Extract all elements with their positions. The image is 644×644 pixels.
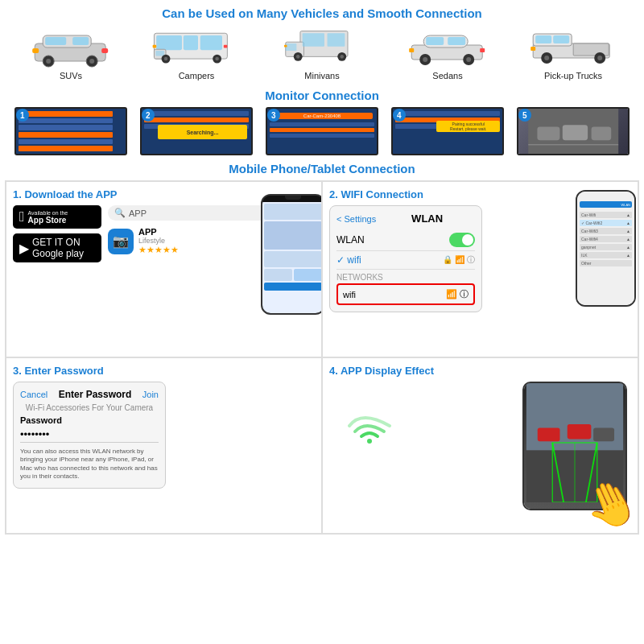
cancel-button[interactable]: Cancel xyxy=(20,390,47,399)
wifi-item-label-3: Car-Wifi3 xyxy=(581,229,598,233)
svg-rect-11 xyxy=(156,35,182,50)
join-button[interactable]: Join xyxy=(142,390,159,399)
google-play-button[interactable]: ▶ GET IT ON Google play xyxy=(13,233,101,262)
phone2-screen: WLAN Car-Wifi ▲ ✓ Car-Wifi2 ▲ Car-Wifi3 … xyxy=(577,192,634,305)
mobile-section-title: Mobile Phone/Tablet Connection xyxy=(229,162,415,175)
wifi-lock-icon: 🔒 📶 ⓘ xyxy=(443,254,475,266)
svg-rect-3 xyxy=(72,37,89,45)
svg-rect-31 xyxy=(284,44,287,47)
svg-rect-44 xyxy=(535,35,551,43)
apple-icon:  xyxy=(19,208,25,225)
svg-rect-35 xyxy=(448,37,465,45)
screen-item-1 xyxy=(264,204,322,220)
minivan-icon xyxy=(266,27,378,68)
svg-point-50 xyxy=(597,56,602,60)
wifi-list-2: ✓ Car-Wifi2 ▲ xyxy=(580,220,632,226)
vehicle-sedan: Sedans xyxy=(391,25,504,80)
phone-mockup-1 xyxy=(261,194,322,315)
svg-point-30 xyxy=(340,55,344,59)
step-num-5: 5 xyxy=(518,109,531,122)
svg-rect-62 xyxy=(568,424,592,440)
box-download-app: 1. Download the APP  Available on the A… xyxy=(6,181,322,357)
wifi-panel-title: WLAN xyxy=(379,213,475,225)
svg-rect-55 xyxy=(591,126,611,140)
monitor-step-3: 3 Car-Cam-230408 xyxy=(266,107,378,155)
svg-rect-25 xyxy=(327,33,345,46)
menu-item-2 xyxy=(19,125,113,130)
svg-point-28 xyxy=(296,55,300,59)
camper-image xyxy=(140,25,253,69)
wlan-toggle[interactable] xyxy=(449,233,475,247)
networks-label: NETWORKS xyxy=(336,273,475,282)
camera-icon: 📷 xyxy=(113,233,129,249)
mobile-section-header: Mobile Phone/Tablet Connection xyxy=(0,159,644,177)
screen-1 xyxy=(14,107,127,155)
truck-image xyxy=(517,25,630,69)
wifi-list-6: ILK ▲ xyxy=(580,252,632,258)
menu-item-3 xyxy=(19,132,113,138)
wifi-back-button[interactable]: < Settings xyxy=(336,214,376,224)
wifi-signal-4: ▲ xyxy=(626,237,630,242)
vehicle-camper: Campers xyxy=(140,25,253,80)
monitor-step-5: 5 xyxy=(517,107,630,155)
svg-rect-41 xyxy=(480,48,485,52)
svg-rect-53 xyxy=(537,126,559,140)
wlan-label: WLAN xyxy=(336,234,365,246)
screen-3: Car-Cam-230408 xyxy=(266,107,378,155)
svg-point-39 xyxy=(466,57,471,62)
wifi-network-item[interactable]: wifi 📶 ⓘ xyxy=(336,283,475,305)
screen-inner-1 xyxy=(16,109,126,154)
svg-rect-13 xyxy=(200,35,222,50)
vehicles-title: Can be Used on Many Vehicles and Smooth … xyxy=(8,6,636,20)
svg-rect-63 xyxy=(593,428,614,442)
truck-icon xyxy=(517,27,630,68)
searching-text: Searching... xyxy=(158,125,247,139)
wifi-list-5: ganpnet ▲ xyxy=(580,244,632,250)
password-header: Cancel Enter Password Join xyxy=(20,389,159,400)
success-text: Pairing successfulRestart, please wait. xyxy=(436,121,500,132)
menu-item-5 xyxy=(19,146,113,151)
password-input[interactable] xyxy=(20,427,159,443)
svg-rect-21 xyxy=(224,44,228,47)
suv-image xyxy=(14,25,127,69)
svg-rect-24 xyxy=(302,33,324,46)
google-play-label: Google play xyxy=(32,248,84,259)
app-name: APP xyxy=(138,227,179,237)
app-store-button[interactable]:  Available on the App Store xyxy=(13,205,101,229)
svg-point-37 xyxy=(423,57,427,62)
app-category: Lifestyle xyxy=(138,237,179,245)
wifi-item-label-4: Car-Wifi4 xyxy=(581,237,598,242)
vehicles-row: SUVs Campers xyxy=(8,25,636,80)
minivan-image xyxy=(266,25,378,69)
svg-rect-15 xyxy=(155,51,164,56)
monitor-step-1: 1 xyxy=(14,107,127,155)
password-label: Password xyxy=(20,415,159,425)
wlan-row: WLAN xyxy=(336,229,475,251)
step-num-4: 4 xyxy=(393,109,406,122)
svg-rect-54 xyxy=(563,125,588,140)
wifi-item-label-6: ILK xyxy=(581,253,588,258)
menu-item-1 xyxy=(19,118,113,124)
password-subtitle: Wi-Fi Accessories For Your Camera xyxy=(20,403,159,412)
monitor-steps: 1 2 xyxy=(8,107,636,155)
phone2-status: WLAN xyxy=(621,203,630,207)
app-info: APP Lifestyle ★★★★★ xyxy=(138,227,179,255)
wifi-panel-header: < Settings WLAN xyxy=(336,213,475,225)
password-panel: Cancel Enter Password Join Wi-Fi Accesso… xyxy=(13,382,166,489)
wifi-signal-display xyxy=(345,398,394,448)
wifi-list-3: Car-Wifi3 ▲ xyxy=(580,228,632,234)
cars-image xyxy=(518,109,628,154)
display-effect-content: 🤚 xyxy=(329,382,631,534)
wifi-item-label-2: ✓ Car-Wifi2 xyxy=(581,221,602,225)
wifi-list-7: Other xyxy=(580,260,632,266)
screen-5 xyxy=(517,107,630,155)
svg-rect-51 xyxy=(530,47,535,51)
screen-items-row xyxy=(264,269,322,281)
wifi-signal-3: ▲ xyxy=(626,229,630,233)
wifi-signal-5: ▲ xyxy=(626,245,630,250)
wifi-broadcast-icon xyxy=(345,398,394,446)
app-store-label: App Store xyxy=(28,216,68,225)
box-wifi: 2. WIFI Connection < Settings WLAN WLAN … xyxy=(322,181,638,357)
menu-item-4 xyxy=(19,139,113,145)
camper-icon xyxy=(140,27,253,68)
